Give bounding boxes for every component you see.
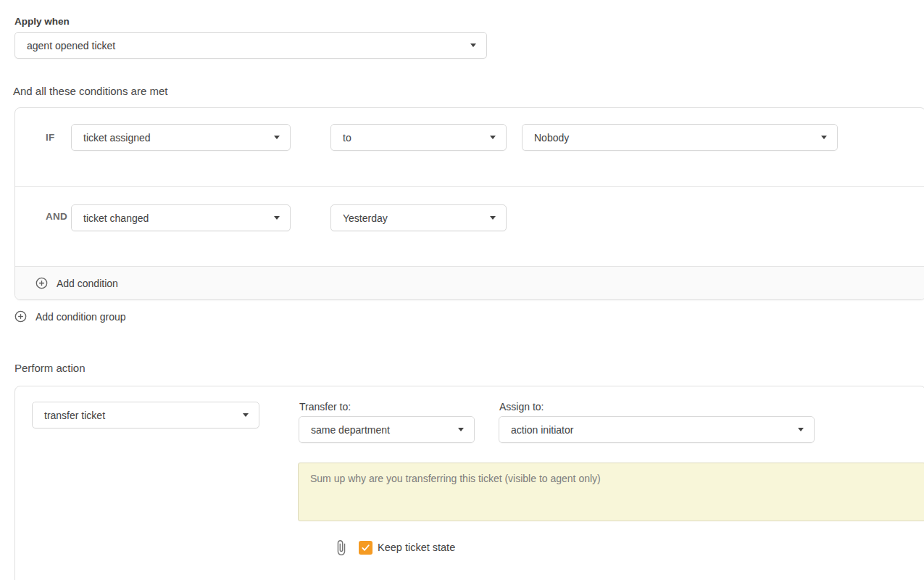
automation-rule-editor: Apply when agent opened ticket And all t… [0,0,924,580]
condition-field-select[interactable]: ticket assigned [71,124,291,151]
condition-connector: IF [46,132,55,143]
assign-to-select[interactable]: action initiator [499,416,815,443]
assign-to-value: action initiator [511,424,792,436]
transfer-to-value: same department [311,424,452,436]
chevron-down-icon [490,216,496,220]
condition-field-value: ticket changed [83,212,268,224]
add-condition-group-button[interactable]: Add condition group [14,310,126,323]
plus-circle-icon [36,277,48,289]
perform-action-heading: Perform action [14,362,86,374]
add-condition-button[interactable]: Add condition [15,266,924,299]
add-condition-label: Add condition [57,278,118,289]
plus-circle-icon [14,310,27,323]
keep-ticket-state-label: Keep ticket state [378,542,455,553]
condition-value-select[interactable]: Nobody [522,124,838,151]
condition-operator-select[interactable]: to [330,124,507,151]
chevron-down-icon [458,428,464,431]
condition-connector: AND [46,211,67,222]
action-type-select[interactable]: transfer ticket [32,402,259,428]
trigger-select[interactable]: agent opened ticket [14,32,487,59]
transfer-note-input[interactable] [298,463,924,521]
chevron-down-icon [470,44,476,47]
action-type-value: transfer ticket [44,410,237,421]
chevron-down-icon [798,428,804,431]
attachment-icon[interactable] [333,539,349,556]
transfer-to-select[interactable]: same department [299,416,475,443]
condition-field-select[interactable]: ticket changed [71,204,291,231]
add-condition-group-label: Add condition group [36,311,126,323]
condition-field-value: ticket assigned [83,132,268,144]
condition-operator-value: to [343,132,484,144]
chevron-down-icon [274,136,280,139]
conditions-heading: And all these conditions are met [13,85,167,97]
apply-when-label: Apply when [14,16,70,27]
transfer-to-label: Transfer to: [299,401,351,413]
condition-value-value: Yesterday [343,212,484,224]
keep-ticket-state-checkbox[interactable] [359,541,372,555]
condition-row-and: AND ticket changed Yesterday [15,186,924,266]
condition-value-select[interactable]: Yesterday [330,204,507,231]
action-group: transfer ticket Transfer to: same depart… [14,386,924,580]
assign-to-label: Assign to: [499,401,544,413]
condition-value-value: Nobody [534,132,815,144]
chevron-down-icon [821,136,827,139]
chevron-down-icon [243,413,249,417]
chevron-down-icon [274,216,280,220]
condition-group: IF ticket assigned to Nobody AND ticket … [14,107,924,300]
chevron-down-icon [490,136,496,139]
trigger-select-value: agent opened ticket [27,40,465,51]
condition-row-if: IF ticket assigned to Nobody [15,108,924,186]
check-icon [361,543,370,552]
